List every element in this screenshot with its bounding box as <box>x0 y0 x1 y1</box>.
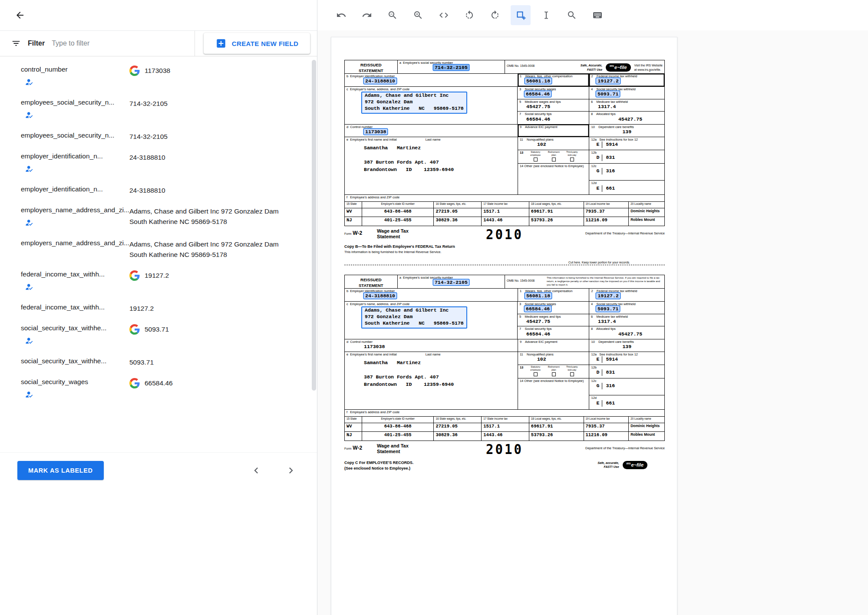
furnished-note: This information is being furnished to t… <box>544 275 663 288</box>
field-name: social_security_tax_withhe... <box>21 357 129 365</box>
verified-by-user-indicator <box>25 78 129 88</box>
field-left: control_number <box>21 66 129 88</box>
field-value-text: 1173038 <box>145 66 170 76</box>
entity-box_3[interactable]: 66584.46 <box>525 91 551 97</box>
w2-state-header-cell: Employer's state ID number <box>362 417 434 423</box>
cut-here-divider: Cut here. Keep lower portion for your re… <box>344 261 665 265</box>
field-name: social_security_wages <box>21 378 129 386</box>
field-name: employers_name_address_and_zi... <box>21 239 129 247</box>
toolbar-rotate-right-button[interactable] <box>485 5 505 25</box>
viewer-toolbar <box>317 0 868 30</box>
zoom-in-icon <box>413 10 423 20</box>
field-value: 1173038 <box>129 66 298 76</box>
entity-employer_address[interactable]: Adams, Chase and Gilbert Inc972 Gonzalez… <box>361 306 467 329</box>
back-button[interactable] <box>11 7 29 24</box>
field-row[interactable]: social_security_tax_withhe... 5093.71 <box>0 351 317 372</box>
w2-reissued-statement: REISSUEDSTATEMENT <box>345 275 398 288</box>
entity-box_4[interactable]: 5093.71 <box>596 306 620 312</box>
form-number: W-2 <box>353 443 362 451</box>
entity-box_4[interactable]: 5093.71 <box>596 91 620 97</box>
w2-omb-area: OMB No. 1545-0008 Safe, Accurate,FAST! U… <box>505 60 664 73</box>
field-value-text: 24-3188810 <box>129 152 165 163</box>
w2-box-12b: 12b D831 <box>589 365 664 378</box>
google-g-icon <box>129 378 140 388</box>
document-area[interactable]: REISSUEDSTATEMENT a Employee's social se… <box>317 30 868 615</box>
how-to-reg-icon <box>25 390 33 399</box>
field-value-text: 5093.71 <box>129 357 154 368</box>
chevron-right-icon <box>285 464 297 477</box>
filter-bar: Filter CREATE NEW FIELD <box>0 30 317 56</box>
keyboard-icon <box>592 10 603 20</box>
w2-state-header-cell: 19 Local income tax <box>584 417 629 423</box>
toolbar-keyboard-button[interactable] <box>587 5 607 25</box>
how-to-reg-icon <box>25 336 33 345</box>
field-value: Adams, Chase and Gilbert Inc 972 Gonzale… <box>129 239 298 260</box>
previous-document-button[interactable] <box>248 462 265 479</box>
toolbar-zoom-out-button[interactable] <box>383 5 403 25</box>
w2-box-5: 5 Medicare wages and tips45427.75 <box>518 314 589 326</box>
toolbar-redo-button[interactable] <box>357 5 377 25</box>
entity-control[interactable]: 1173038 <box>364 129 387 135</box>
field-name: federal_income_tax_withh... <box>21 303 129 311</box>
entity-box_2[interactable]: 19127.2 <box>596 78 620 84</box>
field-row[interactable]: federal_income_tax_withh... 19127.2 <box>0 297 317 318</box>
field-row[interactable]: employer_identification_n... 24-3188810 <box>0 146 317 179</box>
w2-state-header-cell: Employer's state ID number <box>362 202 434 208</box>
field-row[interactable]: social_security_wages 66584.46 <box>0 372 317 405</box>
create-new-field-button[interactable]: CREATE NEW FIELD <box>204 33 310 54</box>
field-row[interactable]: employer_identification_n... 24-3188810 <box>0 179 317 200</box>
field-row[interactable]: employers_name_address_and_zi... Adams, … <box>0 233 317 264</box>
entity-box_1[interactable]: 56081.18 <box>525 293 551 299</box>
rotate-right-icon <box>490 10 500 20</box>
irs-efile-logo: IRSe~file <box>623 461 647 469</box>
toolbar-crop-new-region-button[interactable] <box>511 5 531 25</box>
toolbar-search-button[interactable] <box>562 5 582 25</box>
entity-box_3[interactable]: 66584.46 <box>525 306 551 312</box>
w2-copy-note: Copy B—To Be Filed with Employee's FEDER… <box>344 244 665 249</box>
left-footer: MARK AS LABELED <box>0 452 317 488</box>
w2-box-7: 7 Social security tips66584.46 <box>518 326 589 339</box>
field-row[interactable]: social_security_tax_withhe... 5093.71 <box>0 318 317 351</box>
zoom-out-icon <box>387 10 398 20</box>
field-row[interactable]: control_number 1173038 <box>0 59 317 92</box>
field-value-text: 19127.2 <box>145 270 169 281</box>
redo-icon <box>362 10 372 20</box>
toolbar-code-button[interactable] <box>434 5 454 25</box>
toolbar-undo-button[interactable] <box>331 5 351 25</box>
toolbar-text-select-button[interactable] <box>536 5 556 25</box>
field-value: 19127.2 <box>129 270 298 281</box>
entity-ein[interactable]: 24-3188810 <box>364 293 396 299</box>
entity-ssn[interactable]: 714-32-2105 <box>433 280 469 285</box>
left-panel: Filter CREATE NEW FIELD control_number 1… <box>0 0 317 615</box>
entity-box_2[interactable]: 19127.2 <box>596 293 620 299</box>
toolbar-zoom-in-button[interactable] <box>408 5 428 25</box>
field-row[interactable]: federal_income_tax_withh... 19127.2 <box>0 264 317 297</box>
w2-copy-note-2: This information is being furnished to t… <box>344 250 665 254</box>
field-left: employer_identification_n... <box>21 152 129 175</box>
w2-state-row: NJ401-25-45530829.361443.4653793.2611216… <box>345 432 664 441</box>
verified-by-user-indicator <box>25 336 129 347</box>
entity-ssn[interactable]: 714-32-2105 <box>433 65 469 70</box>
toolbar-rotate-left-button[interactable] <box>459 5 479 25</box>
how-to-reg-icon <box>25 164 33 173</box>
how-to-reg-icon <box>25 283 33 291</box>
w2-box-5: 5 Medicare wages and tips45427.75 <box>518 99 589 112</box>
add-box-icon <box>215 38 227 49</box>
entity-box_1[interactable]: 56081.18 <box>525 78 551 84</box>
field-row[interactable]: employees_social_security_n... 714-32-21… <box>0 125 317 146</box>
filter-field[interactable]: Filter <box>0 31 195 56</box>
field-row[interactable]: employees_social_security_n... 714-32-21… <box>0 92 317 125</box>
field-value: Adams, Chase and Gilbert Inc 972 Gonzale… <box>129 206 298 227</box>
entity-employer_address[interactable]: Adams, Chase and Gilbert Inc972 Gonzalez… <box>361 92 467 114</box>
filter-input[interactable] <box>52 39 195 47</box>
next-document-button[interactable] <box>282 462 300 479</box>
w2-state-header-cell: 20 Locality name <box>629 202 664 208</box>
mark-as-labeled-button[interactable]: MARK AS LABELED <box>17 461 104 480</box>
entity-ein[interactable]: 24-3188810 <box>364 78 396 84</box>
w2-copy-note: Copy C For EMPLOYEE'S RECORDS.(See enclo… <box>344 459 665 470</box>
field-row[interactable]: employers_name_address_and_zi... Adams, … <box>0 200 317 233</box>
w2-box-11: 11 Nonqualified plans102 <box>518 352 590 365</box>
list-scrollbar[interactable] <box>312 60 316 391</box>
how-to-reg-icon <box>25 78 33 86</box>
field-name: employees_social_security_n... <box>21 132 129 139</box>
